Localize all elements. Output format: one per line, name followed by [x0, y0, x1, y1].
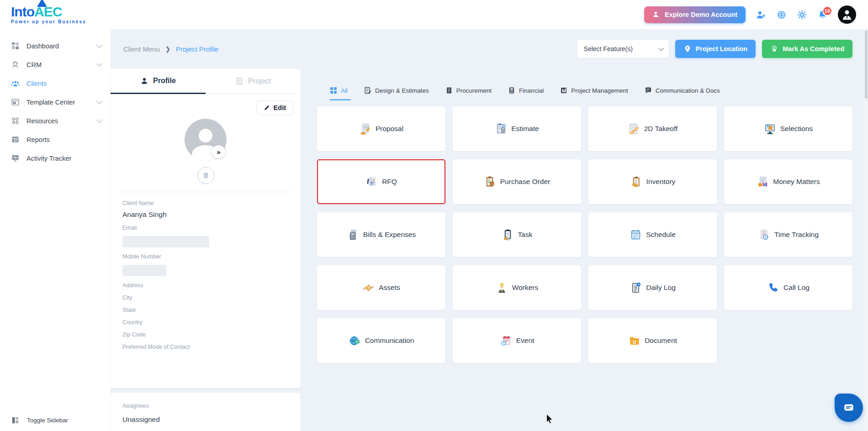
- mark-as-completed-button[interactable]: Mark As Completed: [762, 40, 852, 58]
- location-pin-icon: [683, 45, 692, 53]
- chevron-down-icon: [658, 46, 663, 51]
- avatar-next-button[interactable]: »: [212, 145, 225, 158]
- completed-badge-icon: [770, 45, 778, 53]
- document-icon: [628, 335, 640, 347]
- feature-card-rfq[interactable]: RFQ: [317, 159, 445, 204]
- reports-icon: [11, 135, 20, 144]
- time-tracking-icon: [758, 229, 770, 241]
- rfq-icon: [365, 176, 378, 188]
- settings-gear-icon[interactable]: [797, 10, 807, 20]
- field-label-country: Country: [122, 319, 289, 326]
- sidebar-label: Activity Tracker: [26, 155, 101, 162]
- feature-card-document[interactable]: Document: [588, 318, 717, 363]
- estimate-icon: [495, 123, 507, 135]
- sidebar-item-resources[interactable]: Resources: [0, 111, 111, 130]
- project-management-icon: [560, 87, 567, 94]
- resources-icon: [11, 116, 20, 125]
- tab-communication-docs[interactable]: Communication & Docs: [645, 87, 720, 100]
- notifications-bell-icon[interactable]: 10: [817, 10, 828, 20]
- globe-icon[interactable]: [776, 10, 787, 20]
- task-icon: [502, 229, 514, 241]
- chevron-down-icon: [96, 61, 102, 67]
- daily-log-icon: [630, 282, 642, 294]
- event-icon: [500, 335, 512, 347]
- edit-button[interactable]: Edit: [256, 100, 293, 115]
- feature-card-proposal[interactable]: Proposal: [317, 106, 445, 151]
- activity-icon: [11, 154, 20, 163]
- tab-financial[interactable]: Financial: [508, 87, 544, 100]
- scrollbar-thumb[interactable]: [865, 30, 868, 99]
- logo-text-into: Into: [11, 5, 34, 19]
- tab-design-estimates[interactable]: Design & Estimates: [364, 87, 429, 100]
- feature-card-purchase-order[interactable]: Purchase Order: [453, 159, 581, 204]
- brand-logo[interactable]: Into AEC Power up your Business: [11, 5, 86, 24]
- toggle-sidebar-icon: [11, 416, 20, 425]
- breadcrumb-client-menu[interactable]: Client Menu: [123, 45, 160, 53]
- bills-expenses-icon: [347, 229, 359, 241]
- tab-all[interactable]: All: [330, 87, 348, 100]
- select-features-dropdown[interactable]: Select Feature(s): [577, 40, 669, 58]
- tab-procurement[interactable]: Procurement: [445, 87, 492, 100]
- call-log-icon: [767, 282, 779, 294]
- sidebar-nav: Dashboard CRM Clients Template Center Re…: [0, 29, 111, 431]
- sidebar-label: Resources: [26, 117, 96, 125]
- toggle-sidebar-label: Toggle Sidebar: [27, 417, 68, 424]
- feature-grid: Proposal Estimate 2D Takeoff Selections …: [317, 106, 852, 363]
- sidebar-item-dashboard[interactable]: Dashboard: [0, 37, 111, 55]
- feature-card-call-log[interactable]: Call Log: [724, 265, 852, 310]
- assets-icon: [362, 282, 375, 294]
- feature-card-assets[interactable]: Assets: [317, 265, 445, 310]
- takeoff-icon: [628, 123, 640, 135]
- tab-project[interactable]: Project: [206, 68, 301, 94]
- crm-icon: [11, 60, 20, 69]
- feature-card-bills-expenses[interactable]: Bills & Expenses: [317, 212, 445, 257]
- chat-widget-button[interactable]: [835, 394, 863, 422]
- field-value-email-redacted: [122, 236, 209, 247]
- schedule-icon: [630, 229, 642, 241]
- tab-profile[interactable]: Profile: [111, 68, 206, 94]
- feature-card-time-tracking[interactable]: Time Tracking: [724, 212, 852, 257]
- field-label-email: Email: [122, 225, 289, 231]
- breadcrumb-chevron-icon: ❯: [165, 46, 170, 53]
- feature-card-event[interactable]: Event: [453, 318, 581, 363]
- project-location-button[interactable]: Project Location: [675, 40, 756, 58]
- person-add-icon[interactable]: [756, 10, 766, 20]
- sidebar-item-reports[interactable]: Reports: [0, 130, 111, 149]
- sidebar-item-template-center[interactable]: Template Center: [0, 93, 111, 111]
- app-header: Into AEC Power up your Business Explore …: [0, 0, 868, 29]
- notification-count-badge: 10: [822, 6, 832, 16]
- feature-card-money-matters[interactable]: Money Matters: [724, 159, 852, 204]
- user-avatar[interactable]: [838, 5, 856, 24]
- purchase-order-icon: [484, 176, 496, 188]
- demo-person-icon: [652, 11, 661, 19]
- delete-avatar-button[interactable]: [197, 167, 214, 184]
- field-value-mobile-redacted: [122, 265, 166, 276]
- feature-card-schedule[interactable]: Schedule: [588, 212, 717, 257]
- client-profile-card: Profile Project Edit »: [111, 68, 301, 388]
- feature-card-communication[interactable]: Communication: [317, 318, 445, 363]
- feature-card-inventory[interactable]: Inventory: [588, 159, 717, 204]
- sidebar-item-crm[interactable]: CRM: [0, 55, 111, 74]
- feature-card-task[interactable]: Task: [453, 212, 581, 257]
- feature-card-estimate[interactable]: Estimate: [453, 106, 581, 151]
- feature-card-2d-takeoff[interactable]: 2D Takeoff: [588, 106, 717, 151]
- project-doc-icon: [235, 77, 243, 85]
- breadcrumb-project-profile[interactable]: Project Profile: [176, 45, 218, 53]
- trash-icon: [202, 172, 210, 179]
- procurement-icon: [445, 87, 453, 94]
- profile-person-icon: [140, 77, 148, 85]
- field-label-zip-code: Zip Code: [122, 331, 289, 338]
- feature-card-selections[interactable]: Selections: [724, 106, 852, 151]
- toggle-sidebar-button[interactable]: Toggle Sidebar: [0, 416, 111, 425]
- financial-icon: [508, 87, 515, 94]
- sidebar-item-activity-tracker[interactable]: Activity Tracker: [0, 149, 111, 168]
- sidebar-item-clients[interactable]: Clients: [0, 74, 111, 93]
- feature-card-daily-log[interactable]: Daily Log: [588, 265, 717, 310]
- template-icon: [11, 98, 20, 106]
- page-scrollbar[interactable]: [864, 29, 868, 431]
- explore-demo-account-button[interactable]: Explore Demo Account: [644, 6, 746, 23]
- sidebar-label: Dashboard: [26, 42, 96, 50]
- design-estimates-icon: [364, 87, 371, 94]
- tab-project-management[interactable]: Project Management: [560, 87, 628, 100]
- feature-card-workers[interactable]: Workers: [453, 265, 581, 310]
